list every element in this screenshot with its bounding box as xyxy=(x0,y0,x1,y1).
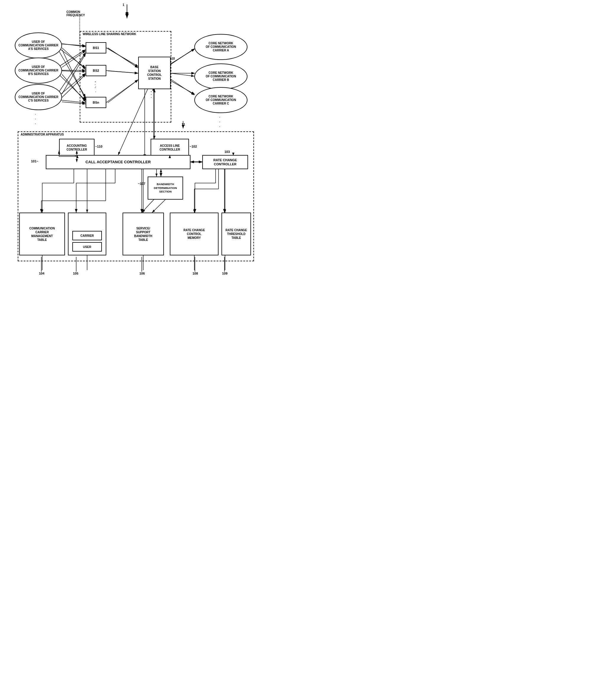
user-sub-box: USER xyxy=(72,242,102,252)
bs2-box: BS2 xyxy=(86,65,106,76)
bs1-box: BS1 xyxy=(86,42,106,53)
ref-101: 101~ xyxy=(31,160,38,163)
user-dots: ··· xyxy=(35,111,36,126)
ref-103: 103 xyxy=(224,150,230,153)
ref-106: 106 xyxy=(139,272,145,275)
ref-110: ~110 xyxy=(95,145,102,148)
svg-line-67 xyxy=(171,73,194,76)
ref-105: 105 xyxy=(73,272,78,275)
ref103-arrow xyxy=(231,153,236,156)
ref-102: ~102 xyxy=(189,145,197,148)
core-b-ellipse: CORE NETWORKOF COMMUNICATIONCARRIER B xyxy=(194,63,248,89)
base-vertical-dots: ··· xyxy=(150,90,152,99)
accounting-box: ACCOUNTINGCONTROLLER xyxy=(59,139,94,156)
call-acceptance-box: CALL ACCEPTANCE CONTROLLER xyxy=(46,155,190,169)
user-b-ellipse: USER OFCOMMUNICATION CARRIERB'S SERVICES xyxy=(15,57,62,84)
ref-1: 1 xyxy=(123,3,124,6)
core-c-ellipse: CORE NETWORKOF COMMUNICATIONCARRIER C xyxy=(194,87,248,113)
bandwidth-box: BANDWIDTHDETERMINATIONSECTION xyxy=(148,177,183,199)
bs-vertical-dots: ··· xyxy=(94,80,96,89)
service-support-box: SERVICE/SUPPORTBANDWIDTHTABLE xyxy=(123,213,164,256)
user-a-ellipse: USER OFCOMMUNICATION CARRIERA'S SERVICES xyxy=(15,33,62,58)
comm-carrier-mgmt-box: COMMUNICATIONCARRIERMANAGEMENTTABLE xyxy=(19,213,65,256)
core-dots: ··· xyxy=(219,115,220,129)
ref-104: 104 xyxy=(39,272,44,275)
ref-109: 109 xyxy=(222,272,227,275)
admin-label: ADMINISTRATOR APPARATUS xyxy=(21,133,64,136)
bsn-box: BSn xyxy=(86,97,106,108)
common-frequency-label: COMMONFREQUENCY xyxy=(67,10,85,17)
ref11-arrow xyxy=(180,121,186,130)
ref-10: 10 xyxy=(171,57,175,60)
carrier-sub-box: CARRIER xyxy=(72,231,102,240)
wireless-network-label: WIRELESS LINE SHARING NETWORK xyxy=(83,33,136,36)
ref-107: ~107 xyxy=(138,182,145,185)
diagram: 1 COMMONFREQUENCY WIRELESS LINE SHARING … xyxy=(0,0,266,292)
ref-108: 108 xyxy=(192,272,198,275)
svg-line-68 xyxy=(171,79,194,95)
rate-change-thresh-box: RATE CHANGETHRESHOLDTABLE xyxy=(221,213,251,256)
core-a-ellipse: CORE NETWORKOF COMMUNICATIONCARRIER A xyxy=(194,34,248,60)
base-station-box: BASESTATIONCONTROLSTATION xyxy=(138,57,171,89)
user-c-ellipse: USER OFCOMMUNICATION CARRIERC'S SERVICES xyxy=(15,84,62,110)
rate-change-mem-box: RATE CHANGECONTROLMEMORY xyxy=(170,213,219,256)
svg-line-20 xyxy=(169,80,195,94)
rate-change-ctrl-box: RATE CHANGE CONTROLLER xyxy=(202,155,248,169)
access-line-box: ACCESS LINECONTROLLER xyxy=(150,139,189,156)
